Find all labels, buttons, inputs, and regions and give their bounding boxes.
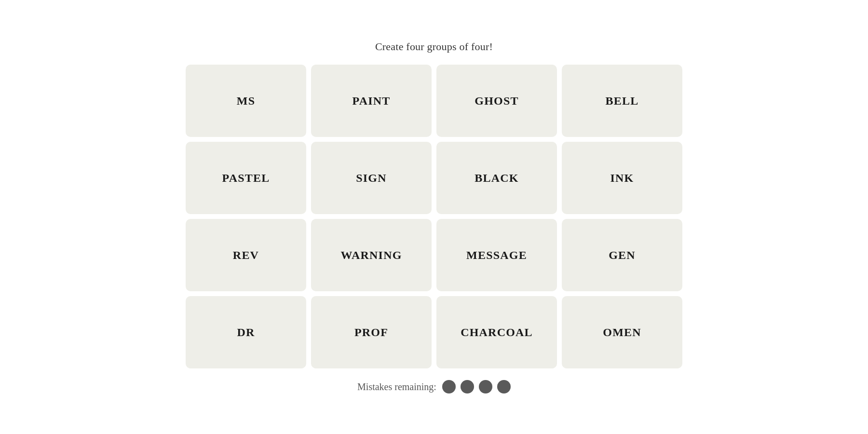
mistakes-row: Mistakes remaining:	[357, 380, 511, 393]
card-rev[interactable]: REV	[186, 219, 306, 291]
card-label-gen: GEN	[609, 249, 636, 262]
card-label-ghost: GHOST	[475, 95, 518, 108]
card-ghost[interactable]: GHOST	[436, 65, 557, 137]
card-gen[interactable]: GEN	[562, 219, 682, 291]
card-sign[interactable]: SIGN	[311, 142, 432, 214]
card-label-rev: REV	[233, 249, 259, 262]
card-label-sign: SIGN	[356, 172, 387, 185]
card-label-dr: DR	[237, 326, 255, 339]
card-prof[interactable]: PROF	[311, 296, 432, 368]
card-label-bell: BELL	[606, 95, 639, 108]
card-label-ms: MS	[237, 95, 255, 108]
mistake-dot-3	[479, 380, 492, 393]
card-black[interactable]: BLACK	[436, 142, 557, 214]
card-label-ink: INK	[610, 172, 634, 185]
mistake-dot-2	[461, 380, 474, 393]
card-label-omen: OMEN	[603, 326, 641, 339]
card-dr[interactable]: DR	[186, 296, 306, 368]
card-charcoal[interactable]: CHARCOAL	[436, 296, 557, 368]
dots-container	[442, 380, 511, 393]
card-label-message: MESSAGE	[466, 249, 527, 262]
page-container: Create four groups of four! MSPAINTGHOST…	[0, 41, 868, 393]
mistake-dot-1	[442, 380, 456, 393]
mistake-dot-4	[497, 380, 511, 393]
card-label-pastel: PASTEL	[222, 172, 270, 185]
card-ms[interactable]: MS	[186, 65, 306, 137]
card-label-paint: PAINT	[353, 95, 391, 108]
card-pastel[interactable]: PASTEL	[186, 142, 306, 214]
card-label-warning: WARNING	[340, 249, 402, 262]
card-label-prof: PROF	[354, 326, 388, 339]
subtitle: Create four groups of four!	[375, 41, 493, 53]
card-message[interactable]: MESSAGE	[436, 219, 557, 291]
card-bell[interactable]: BELL	[562, 65, 682, 137]
card-paint[interactable]: PAINT	[311, 65, 432, 137]
card-ink[interactable]: INK	[562, 142, 682, 214]
card-label-charcoal: CHARCOAL	[461, 326, 533, 339]
card-omen[interactable]: OMEN	[562, 296, 682, 368]
card-warning[interactable]: WARNING	[311, 219, 432, 291]
card-label-black: BLACK	[475, 172, 518, 185]
mistakes-label: Mistakes remaining:	[357, 381, 436, 393]
game-grid: MSPAINTGHOSTBELLPASTELSIGNBLACKINKREVWAR…	[186, 65, 682, 368]
